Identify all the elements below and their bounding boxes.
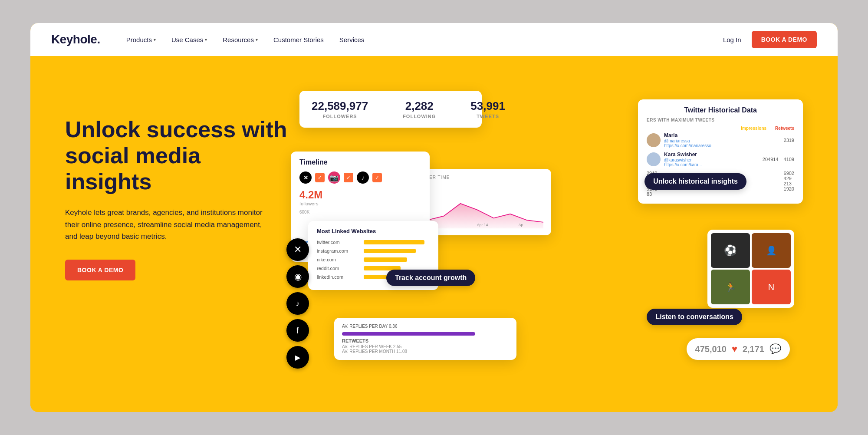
user-link-2: https://x.com/kara... <box>664 162 759 167</box>
hero-title: Unlock success with social media insight… <box>65 117 291 194</box>
timeline-title: Timeline <box>299 158 421 166</box>
website-row-3: nike.com <box>317 257 430 262</box>
website-name-4: reddit.com <box>317 266 360 271</box>
photo-4: N <box>752 270 791 304</box>
nav-item-resources[interactable]: Resources ▾ <box>223 36 258 43</box>
nav-item-services[interactable]: Services <box>339 36 365 43</box>
tweets-label: TWEETS <box>470 114 505 119</box>
timeline-platforms: ✕ ✓ 📷 ✓ ♪ ✓ <box>299 171 421 184</box>
followers-stat: 22,589,977 FOLLOWERS <box>312 99 368 119</box>
tiktok-social-icon: ♪ <box>286 292 309 315</box>
comments-count: 2,171 <box>743 344 764 354</box>
user-stats-1: 2319 <box>784 138 794 143</box>
website-bar-3 <box>364 257 407 262</box>
heart-icon: ♥ <box>732 343 737 355</box>
check-icon-3: ✓ <box>372 173 382 182</box>
hero-subtitle: Keyhole lets great brands, agencies, and… <box>65 207 265 242</box>
likes-count: 475,010 <box>695 344 727 354</box>
followers-value: 22,589,977 <box>312 99 368 113</box>
check-icon: ✓ <box>315 173 325 182</box>
tooltip-track: Track account growth <box>386 270 475 286</box>
tooltip-listen: Listen to conversations <box>647 309 742 325</box>
hero-section: Unlock success with social media insight… <box>30 56 838 412</box>
page-wrapper: Keyhole. Products ▾ Use Cases ▾ Resource… <box>17 23 851 412</box>
photo-placeholder-1: ⚽ <box>711 233 750 268</box>
user-row-1: Maria @mariaressa https://x.com/mariares… <box>647 132 794 148</box>
photo-3: 🏃 <box>711 270 750 304</box>
user-impressions-2: 204914 <box>763 157 779 162</box>
engagement-stat-2: AV. REPLIES PER WEEK 2.55 <box>342 344 509 349</box>
nav-item-products[interactable]: Products ▾ <box>126 36 156 43</box>
hero-cta-button[interactable]: BOOK A DEMO <box>65 260 135 280</box>
user-stats-2: 204914 4109 <box>763 157 794 162</box>
navbar: Keyhole. Products ▾ Use Cases ▾ Resource… <box>30 23 838 56</box>
tooltip-historical: Unlock historical insights <box>644 173 746 190</box>
user-link-1: https://x.com/mariaresso <box>664 143 780 148</box>
user-handle-2: @karaswisher <box>664 158 759 162</box>
nav-actions: Log In BOOK A DEMO <box>723 31 817 48</box>
following-label: FOLLOWING <box>403 114 436 119</box>
chevron-down-icon: ▾ <box>205 37 207 42</box>
nav-item-usecases[interactable]: Use Cases ▾ <box>171 36 207 43</box>
stats-card: 22,589,977 FOLLOWERS 2,282 FOLLOWING 53,… <box>299 91 482 128</box>
followers-badge-value: 4.2M <box>299 189 421 201</box>
facebook-social-icon: f <box>286 319 309 342</box>
instagram-social-icon: ◉ <box>286 265 309 288</box>
nav-item-customer-stories[interactable]: Customer Stories <box>273 36 324 43</box>
user-info-1: Maria @mariaressa https://x.com/mariares… <box>664 132 780 148</box>
website-bar-2 <box>364 249 416 253</box>
tiktok-icon: ♪ <box>357 171 369 184</box>
retweets-col-label: Retweets <box>775 126 794 131</box>
website-bar-1 <box>364 240 424 244</box>
photo-placeholder-2: 👤 <box>752 233 791 268</box>
eng-stat-1: AV. REPLIES PER DAY 0.36 <box>342 324 397 329</box>
tweets-stat: 53,991 TWEETS <box>470 99 505 119</box>
chevron-down-icon: ▾ <box>256 37 258 42</box>
nav-book-demo-button[interactable]: BOOK A DEMO <box>752 31 817 48</box>
comment-icon: 💬 <box>769 343 781 355</box>
stats-row: 22,589,977 FOLLOWERS 2,282 FOLLOWING 53,… <box>312 99 470 119</box>
hero-left: Unlock success with social media insight… <box>65 82 291 386</box>
nav-links: Products ▾ Use Cases ▾ Resources ▾ Custo… <box>126 36 723 43</box>
user-name-1: Maria <box>664 132 780 138</box>
check-icon-2: ✓ <box>344 173 353 182</box>
youtube-social-icon: ▶ <box>286 346 309 369</box>
impressions-col-label: Impressions <box>741 126 766 131</box>
logo[interactable]: Keyhole. <box>51 33 100 46</box>
user-handle-1: @mariaressa <box>664 138 780 143</box>
user-retweets-2: 4109 <box>784 157 794 162</box>
twitter-social-icon: ✕ <box>286 238 309 261</box>
social-icons-column: ✕ ◉ ♪ f ▶ <box>286 238 309 369</box>
instagram-icon: 📷 <box>328 171 340 184</box>
login-button[interactable]: Log In <box>723 36 741 43</box>
engagement-label: RETWEETS <box>342 338 509 343</box>
followers-badge-label: followers <box>299 201 421 206</box>
followers-label: FOLLOWERS <box>312 114 368 119</box>
following-stat: 2,282 FOLLOWING <box>403 99 436 119</box>
user-avatar-2 <box>647 152 661 166</box>
hero-right: 22,589,977 FOLLOWERS 2,282 FOLLOWING 53,… <box>291 82 803 386</box>
user-info-2: Kara Swisher @karaswisher https://x.com/… <box>664 152 759 167</box>
twitter-icon: ✕ <box>299 171 312 184</box>
likes-badge: 475,010 ♥ 2,171 💬 <box>687 338 790 360</box>
website-name-3: nike.com <box>317 257 360 262</box>
svg-text:Apr 14: Apr 14 <box>477 223 488 227</box>
website-row-1: twitter.com <box>317 240 430 245</box>
engagement-card: AV. REPLIES PER DAY 0.36 RETWEETS AV. RE… <box>334 318 516 360</box>
user-impressions-1: 2319 <box>784 138 794 143</box>
chevron-down-icon: ▾ <box>154 37 156 42</box>
bar-label: 600K <box>299 210 421 214</box>
websites-title: Most Linked Websites <box>317 228 430 234</box>
website-row-2: instagram.com <box>317 248 430 254</box>
engagement-stat-3: AV. REPLIES PER MONTH 11.08 <box>342 349 509 354</box>
svg-text:Ap...: Ap... <box>519 223 526 227</box>
user-name-2: Kara Swisher <box>664 152 759 158</box>
user-avatar-1 <box>647 133 661 147</box>
hero-container: Keyhole. Products ▾ Use Cases ▾ Resource… <box>30 23 838 412</box>
historical-title: Twitter Historical Data <box>647 106 794 114</box>
website-name-1: twitter.com <box>317 240 360 245</box>
engagement-bar <box>342 332 475 336</box>
photos-card: ⚽ 👤 🏃 N <box>707 230 794 308</box>
historical-subtitle: ERS WITH MAXIMUM TWEETS <box>647 118 794 122</box>
photo-2: 👤 <box>752 233 791 268</box>
